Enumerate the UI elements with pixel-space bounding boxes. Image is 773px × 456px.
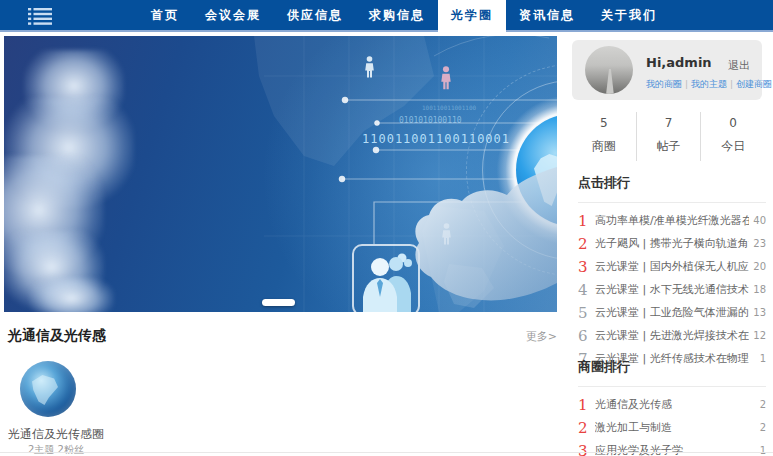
- ranking-item-title[interactable]: 云光课堂 | 国内外植保无人机应用与发: [595, 259, 749, 274]
- rank-number: 1: [578, 212, 595, 230]
- ranking-item-title[interactable]: 云光课堂 | 先进激光焊接技术在汽车和: [595, 328, 749, 343]
- ranking-item-count: 23: [752, 238, 766, 249]
- nav-item-about[interactable]: 关于我们: [588, 0, 670, 30]
- menu-list-icon[interactable]: [28, 8, 52, 25]
- logout-link[interactable]: 退出: [728, 58, 750, 73]
- stat-today[interactable]: 0 今日: [700, 112, 765, 161]
- ranking-item[interactable]: 5 云光课堂 | 工业危险气体泄漏的红外成 13: [578, 301, 766, 324]
- click-ranking-section: 点击排行 1 高功率单模/准单模光纤激光器在焊接 40 2 光子飓风 | 携带光…: [578, 168, 766, 370]
- section-header: 光通信及光传感 更多>: [8, 327, 557, 345]
- user-avatar[interactable]: [585, 46, 633, 94]
- circle-avatar[interactable]: [20, 361, 76, 417]
- hand-graphic: [367, 137, 557, 312]
- ranking-item[interactable]: 4 云光课堂 | 水下无线光通信技术 18: [578, 278, 766, 301]
- nav-menu: 首页 会议会展 供应信息 求购信息 光学圈 资讯信息 关于我们: [138, 0, 670, 32]
- click-ranking-title: 点击排行: [578, 168, 766, 203]
- stat-label: 今日: [701, 138, 765, 155]
- create-circle-link[interactable]: 创建商圈: [736, 79, 772, 89]
- ranking-item-title[interactable]: 应用光学及光子学: [595, 443, 749, 456]
- rank-number: 3: [578, 442, 595, 456]
- my-topics-link[interactable]: 我的主题: [691, 79, 727, 89]
- ranking-item-count: 1: [752, 445, 766, 456]
- stat-label: 商圈: [572, 138, 636, 155]
- page: 首页 会议会展 供应信息 求购信息 光学圈 资讯信息 关于我们: [0, 0, 773, 456]
- stat-value: 0: [701, 116, 765, 130]
- separator: |: [730, 79, 733, 89]
- ranking-item-title[interactable]: 光子飓风 | 携带光子横向轨道角动量的: [595, 236, 749, 251]
- bottom-divider: [0, 452, 773, 453]
- ranking-item-title[interactable]: 云光课堂 | 水下无线光通信技术: [595, 282, 749, 297]
- ranking-item-title[interactable]: 激光加工与制造: [595, 420, 749, 435]
- nav-item-optics-circle[interactable]: 光学圈: [438, 0, 506, 32]
- ranking-item-count: 13: [752, 307, 766, 318]
- ranking-item[interactable]: 3 应用光学及光子学 1: [578, 439, 766, 456]
- ranking-item-count: 18: [752, 284, 766, 295]
- more-link[interactable]: 更多>: [526, 329, 557, 344]
- ranking-item-title[interactable]: 云光课堂 | 工业危险气体泄漏的红外成: [595, 305, 749, 320]
- rank-number: 1: [578, 396, 595, 414]
- circle-meta: 2主题 2粉丝: [28, 443, 84, 456]
- ranking-item[interactable]: 2 光子飓风 | 携带光子横向轨道角动量的 23: [578, 232, 766, 255]
- stat-label: 帖子: [637, 138, 701, 155]
- ranking-item[interactable]: 6 云光课堂 | 先进激光焊接技术在汽车和 12: [578, 324, 766, 347]
- click-ranking-list: 1 高功率单模/准单模光纤激光器在焊接 40 2 光子飓风 | 携带光子横向轨道…: [578, 209, 766, 370]
- nav-item-news[interactable]: 资讯信息: [506, 0, 588, 30]
- circle-name[interactable]: 光通信及光传感圈: [8, 426, 104, 443]
- ranking-item[interactable]: 1 光通信及光传感 2: [578, 393, 766, 416]
- ranking-item-count: 2: [752, 399, 766, 410]
- rank-number: 3: [578, 258, 595, 276]
- section-title: 光通信及光传感: [8, 327, 106, 345]
- ranking-item[interactable]: 3 云光课堂 | 国内外植保无人机应用与发 20: [578, 255, 766, 278]
- my-circles-link[interactable]: 我的商圈: [646, 79, 682, 89]
- ranking-item[interactable]: 1 高功率单模/准单模光纤激光器在焊接 40: [578, 209, 766, 232]
- stat-posts[interactable]: 7 帖子: [636, 112, 701, 161]
- user-stats: 5 商圈 7 帖子 0 今日: [572, 112, 765, 161]
- nav-item-conference[interactable]: 会议会展: [192, 0, 274, 30]
- rank-number: 2: [578, 419, 595, 437]
- rank-number: 6: [578, 327, 595, 345]
- ranking-item-count: 20: [752, 261, 766, 272]
- user-greeting: Hi,admin: [646, 55, 712, 70]
- ranking-item-title[interactable]: 光通信及光传感: [595, 397, 749, 412]
- top-navbar: 首页 会议会展 供应信息 求购信息 光学圈 资讯信息 关于我们: [0, 0, 773, 32]
- person-icon: [440, 66, 452, 90]
- rank-number: 5: [578, 304, 595, 322]
- clouds-graphic: [29, 278, 114, 312]
- stat-value: 5: [572, 116, 636, 130]
- circle-ranking-list: 1 光通信及光传感 2 2 激光加工与制造 2 3 应用光学及光子学 1: [578, 393, 766, 456]
- ranking-item[interactable]: 2 激光加工与制造 2: [578, 416, 766, 439]
- circle-ranking-section: 商圈排行 1 光通信及光传感 2 2 激光加工与制造 2 3 应用光学及光子学 …: [578, 352, 766, 456]
- stat-value: 7: [637, 116, 701, 130]
- nav-item-purchase[interactable]: 求购信息: [356, 0, 438, 30]
- nav-item-home[interactable]: 首页: [138, 0, 192, 30]
- ranking-item-count: 12: [752, 330, 766, 341]
- user-links: 我的商圈|我的主题|创建商圈: [646, 78, 772, 91]
- rank-number: 2: [578, 235, 595, 253]
- ranking-item-title[interactable]: 高功率单模/准单模光纤激光器在焊接: [595, 213, 749, 228]
- rank-number: 4: [578, 281, 595, 299]
- circle-ranking-title: 商圈排行: [578, 352, 766, 387]
- ranking-item-count: 40: [752, 215, 766, 226]
- ranking-item-count: 2: [752, 422, 766, 433]
- stat-circles[interactable]: 5 商圈: [572, 112, 636, 161]
- binary-digits: 100110011001100: [422, 104, 476, 111]
- separator: |: [685, 79, 688, 89]
- hero-banner[interactable]: 100110011001100 0101010100110 1100110011…: [4, 36, 557, 312]
- person-icon: [364, 56, 375, 78]
- binary-digits: 0101010100110: [399, 116, 462, 125]
- carousel-indicator[interactable]: [262, 299, 295, 306]
- user-panel: Hi,admin 退出 我的商圈|我的主题|创建商圈: [572, 40, 762, 100]
- nav-item-supply[interactable]: 供应信息: [274, 0, 356, 30]
